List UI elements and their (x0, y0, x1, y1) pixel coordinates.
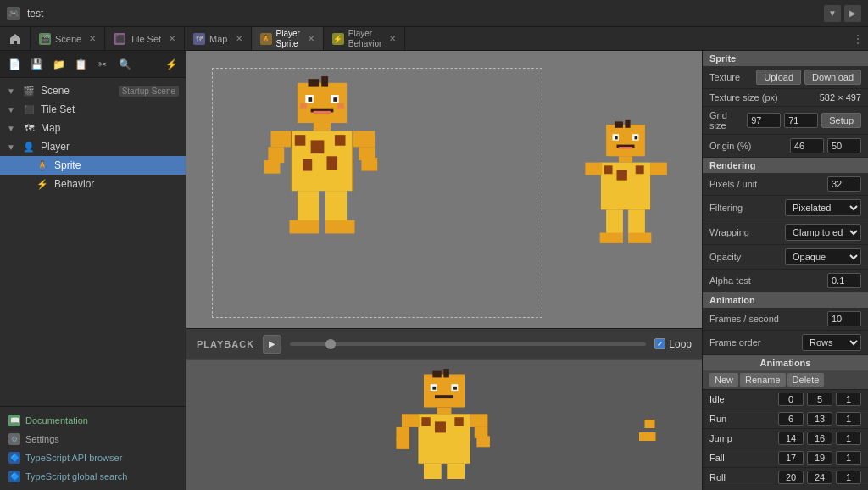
setup-button[interactable]: Setup (821, 113, 861, 128)
behavior-tab-close[interactable]: ✕ (389, 35, 396, 43)
svg-rect-13 (295, 135, 306, 146)
anim-fall-end[interactable] (807, 451, 832, 465)
anim-jump-start[interactable] (778, 432, 804, 445)
sidebar-item-tileset[interactable]: ▼ ⬛ Tile Set (0, 100, 186, 119)
svg-rect-58 (437, 408, 452, 415)
filtering-row: Filtering Pixelated Linear Nearest (703, 196, 868, 220)
opacity-select[interactable]: Opaque Transparent (785, 248, 861, 265)
canvas-area[interactable] (186, 51, 702, 328)
tab-scene[interactable]: 🎬 Scene ✕ (31, 27, 105, 50)
sidebar-item-sprite[interactable]: 🧍 Sprite (0, 156, 186, 175)
tab-behavior[interactable]: ⚡ Player Behavior ✕ (324, 27, 405, 50)
alpha-test-input[interactable] (827, 273, 861, 288)
loop-checkbox-label[interactable]: ✓ Loop (654, 338, 692, 350)
anim-jump-row: Jump (703, 429, 868, 448)
scene-tab-label: Scene (55, 34, 81, 44)
settings-link[interactable]: ⚙ Settings (5, 431, 181, 448)
anim-run-name: Run (709, 414, 775, 424)
save-btn[interactable]: 💾 (27, 55, 46, 74)
new-file-btn[interactable]: 📄 (5, 55, 24, 74)
svg-rect-20 (353, 131, 375, 147)
sidebar-item-scene[interactable]: ▼ 🎬 Scene Startup Scene (0, 81, 186, 100)
tab-tileset[interactable]: ⬛ Tile Set ✕ (105, 27, 185, 50)
svg-rect-10 (337, 103, 344, 108)
anim-fall-row: Fall (703, 448, 868, 468)
svg-rect-39 (619, 156, 632, 162)
wrapping-row: Wrapping Clamp to edge Repeat Mirrored R… (703, 220, 868, 245)
home-tab[interactable] (0, 27, 31, 50)
expand-icon-scene: ▼ (7, 86, 17, 96)
sidebar-item-player[interactable]: ▼ 👤 Player (0, 137, 186, 156)
search-sidebar-btn[interactable]: 🔍 (115, 55, 134, 74)
sprite-label: Sprite (54, 159, 179, 171)
new-animation-btn[interactable]: New (709, 373, 738, 387)
download-button[interactable]: Download (804, 70, 861, 85)
map-label: Map (41, 122, 179, 134)
rename-animation-btn[interactable]: Rename (740, 373, 786, 387)
loop-checkbox[interactable]: ✓ (654, 338, 665, 349)
svg-rect-17 (303, 159, 312, 170)
anim-jump-fps[interactable] (836, 432, 861, 445)
anim-jump-name: Jump (709, 433, 775, 443)
sidebar-item-behavior[interactable]: ⚡ Behavior (0, 175, 186, 193)
svg-rect-14 (311, 140, 325, 153)
anim-fall-fps[interactable] (836, 451, 861, 465)
origin-x-input[interactable] (790, 138, 824, 153)
playback-slider[interactable] (290, 342, 646, 346)
tileset-tab-close[interactable]: ✕ (169, 35, 175, 43)
svg-rect-70 (447, 464, 465, 479)
frame-order-select[interactable]: Rows Columns (802, 334, 861, 351)
behavior-tab-label1: Player (348, 29, 381, 39)
ts-api-link[interactable]: 🔷 TypeScript API browser (5, 449, 181, 466)
filtering-select[interactable]: Pixelated Linear Nearest (785, 199, 861, 216)
anim-roll-end[interactable] (807, 471, 832, 484)
cut-btn[interactable]: ✂ (93, 55, 112, 74)
svg-rect-2 (321, 76, 328, 87)
tab-sprite[interactable]: 🧍 Player Sprite ✕ (252, 27, 324, 50)
pixels-unit-input[interactable] (827, 176, 861, 192)
loop-label: Loop (669, 338, 692, 350)
tab-bar: 🎬 Scene ✕ ⬛ Tile Set ✕ 🗺 Map ✕ 🧍 Player … (0, 27, 868, 51)
tab-map[interactable]: 🗺 Map ✕ (185, 27, 251, 50)
map-tab-close[interactable]: ✕ (236, 35, 242, 43)
grid-size-h-input[interactable] (784, 113, 818, 128)
anim-idle-start[interactable] (778, 393, 804, 406)
paste-btn[interactable]: 📋 (71, 55, 90, 74)
anim-run-start[interactable] (778, 412, 804, 426)
grid-size-w-input[interactable] (747, 113, 781, 128)
anim-idle-fps[interactable] (836, 393, 861, 406)
svg-rect-52 (443, 369, 449, 377)
minimize-btn[interactable]: ▼ (824, 5, 841, 22)
delete-animation-btn[interactable]: Delete (787, 373, 825, 387)
animations-label: Animations (709, 358, 861, 368)
opacity-row: Opacity Opaque Transparent (703, 245, 868, 270)
animation-section-header: Animation (703, 292, 868, 308)
svg-rect-24 (298, 191, 319, 224)
svg-rect-63 (402, 414, 420, 427)
tab-extra[interactable]: ⋮ (848, 27, 868, 50)
anim-fall-start[interactable] (778, 451, 804, 465)
anim-roll-start[interactable] (778, 471, 804, 484)
anim-jump-end[interactable] (807, 432, 832, 445)
anim-idle-end[interactable] (807, 393, 832, 406)
sprite-tab-close[interactable]: ✕ (308, 35, 314, 43)
open-btn[interactable]: 📁 (49, 55, 68, 74)
anim-run-fps[interactable] (836, 412, 861, 426)
sidebar-item-map[interactable]: ▼ 🗺 Map (0, 119, 186, 137)
scene-tab-close[interactable]: ✕ (89, 35, 96, 43)
docs-link[interactable]: 📖 Documentation (5, 412, 181, 429)
origin-y-input[interactable] (827, 138, 861, 153)
play-button[interactable]: ▶ (263, 335, 281, 354)
wrapping-select[interactable]: Clamp to edge Repeat Mirrored Repeat (785, 224, 861, 241)
behavior-label: Behavior (54, 178, 179, 190)
ts-global-link[interactable]: 🔷 TypeScript global search (5, 468, 181, 485)
frames-second-input[interactable] (827, 311, 861, 326)
anim-run-end[interactable] (807, 412, 832, 426)
svg-rect-48 (600, 233, 623, 243)
maximize-btn[interactable]: ▶ (844, 5, 861, 22)
tileset-icon: ⬛ (22, 103, 36, 116)
upload-button[interactable]: Upload (756, 70, 801, 85)
filter-btn[interactable]: ⚡ (162, 55, 181, 74)
alpha-test-label: Alpha test (709, 276, 824, 286)
anim-roll-fps[interactable] (836, 471, 861, 484)
